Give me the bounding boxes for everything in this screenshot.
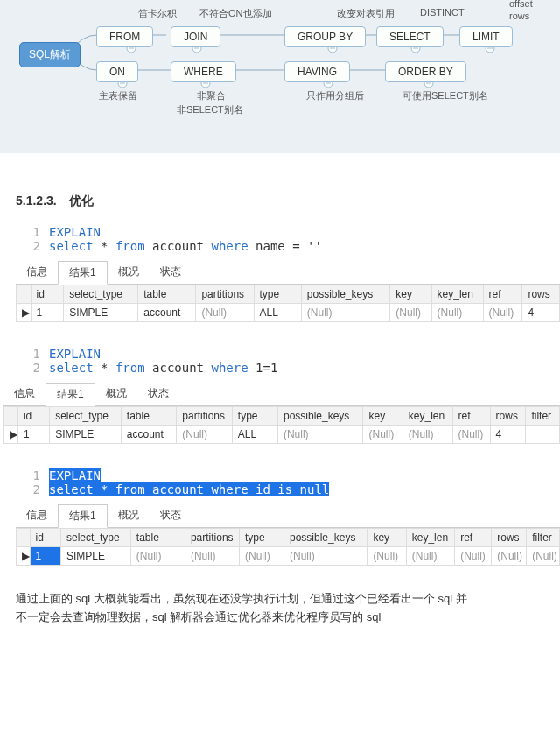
- code-block-a: 1EXPLAIN 2select * from account where na…: [19, 225, 560, 253]
- table-row[interactable]: ▶ 1 SIMPLE account (Null) ALL (Null) (Nu…: [4, 426, 560, 444]
- tabs-c: 信息 结果1 概况 状态: [16, 503, 560, 528]
- tab-info[interactable]: 信息: [16, 504, 58, 528]
- result-table-b: id select_type table partitions type pos…: [4, 406, 560, 444]
- table-header-row: id select_type table partitions type pos…: [17, 529, 560, 547]
- lbl-from-top: 笛卡尔积: [138, 7, 177, 20]
- tab-state[interactable]: 状态: [150, 261, 192, 285]
- body-text: 通过上面的 sql 大概就能看出，虽然现在还没学执行计划，但通过这个已经看出一个…: [16, 590, 544, 627]
- node-groupby: GROUP BY: [284, 26, 366, 47]
- tab-result[interactable]: 结果1: [58, 504, 108, 528]
- col-table[interactable]: table: [138, 285, 196, 304]
- node-limit: LIMIT: [459, 26, 513, 47]
- node-join: JOIN: [171, 26, 220, 47]
- col-key[interactable]: key: [390, 285, 431, 304]
- table-header-row: id select_type table partitions type pos…: [4, 407, 560, 426]
- node-select: SELECT: [376, 26, 444, 47]
- tab-info[interactable]: 信息: [16, 261, 58, 285]
- tab-state[interactable]: 状态: [137, 383, 179, 406]
- node-orderby: ORDER BY: [385, 61, 466, 82]
- tab-info[interactable]: 信息: [4, 383, 46, 406]
- lbl-where-b2: 非SELECT别名: [177, 103, 243, 116]
- result-table-c: id select_type table partitions type pos…: [16, 528, 560, 566]
- tabs-b: 信息 结果1 概况 状态: [4, 382, 560, 406]
- node-having: HAVING: [284, 61, 350, 82]
- col-key_len[interactable]: key_len: [431, 285, 483, 304]
- code-block-c: 1EXPLAIN 2select * from account where id…: [19, 468, 560, 496]
- col-rows[interactable]: rows: [522, 285, 560, 304]
- lbl-where-b1: 非聚合: [197, 89, 226, 102]
- lbl-select-top: DISTINCT: [420, 7, 465, 18]
- col-possible_keys[interactable]: possible_keys: [301, 285, 390, 304]
- col-select_type[interactable]: select_type: [64, 285, 138, 304]
- node-on: ON: [96, 61, 138, 82]
- tab-profile[interactable]: 概况: [95, 383, 137, 406]
- lbl-limit-rows: rows: [509, 11, 529, 21]
- lbl-join-top: 不符合ON也添加: [200, 7, 272, 20]
- lbl-limit-offset: offset: [509, 0, 533, 9]
- table-row[interactable]: ▶ 1 SIMPLE account (Null) ALL (Null) (Nu…: [17, 304, 560, 322]
- lbl-on-bottom: 主表保留: [99, 89, 137, 102]
- row-marker-icon: ▶: [17, 304, 32, 322]
- table-header-row: id select_type table partitions type pos…: [17, 285, 560, 304]
- lbl-orderby-bottom: 可使用SELECT别名: [402, 89, 488, 102]
- col-partitions[interactable]: partitions: [196, 285, 254, 304]
- node-where: WHERE: [171, 61, 236, 82]
- selected-cell: 1: [30, 547, 60, 566]
- tabs-a: 信息 结果1 概况 状态: [16, 260, 560, 285]
- col-type[interactable]: type: [254, 285, 301, 304]
- tab-state[interactable]: 状态: [150, 504, 192, 528]
- node-from: FROM: [96, 26, 153, 47]
- section-heading: 5.1.2.3. 优化: [16, 194, 560, 209]
- col-ref[interactable]: ref: [483, 285, 522, 304]
- lbl-having-bottom: 只作用分组后: [306, 89, 364, 102]
- tab-profile[interactable]: 概况: [108, 504, 150, 528]
- table-row[interactable]: ▶ 1 SIMPLE (Null) (Null) (Null) (Null) (…: [17, 547, 560, 566]
- highlighted-code: select * from account where id is null: [49, 482, 329, 496]
- tab-result[interactable]: 结果1: [46, 383, 95, 406]
- tab-result[interactable]: 结果1: [58, 261, 108, 285]
- kw-explain: EXPLAIN: [49, 225, 101, 239]
- result-table-a: id select_type table partitions type pos…: [16, 285, 560, 322]
- col-id[interactable]: id: [31, 285, 64, 304]
- code-block-b: 1EXPLAIN 2select * from account where 1=…: [19, 347, 560, 375]
- lbl-groupby-top: 改变对表引用: [337, 7, 395, 20]
- diagram-root: SQL解析: [19, 42, 80, 67]
- tab-profile[interactable]: 概况: [108, 261, 150, 285]
- highlighted-code: EXPLAIN: [49, 468, 101, 482]
- sql-parse-diagram: SQL解析 FROM JOIN GROUP BY SELECT LIMIT ON…: [0, 0, 560, 153]
- diagram-connectors: [0, 0, 560, 153]
